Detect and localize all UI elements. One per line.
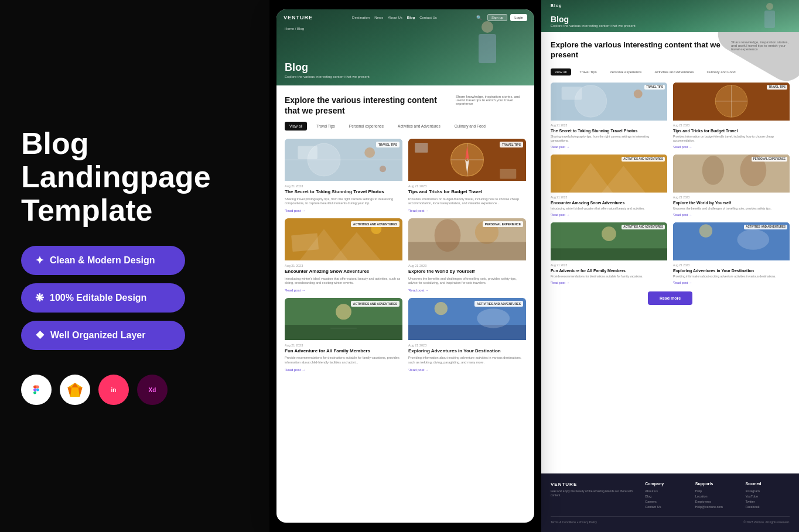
right-card-3-link[interactable]: Read post → — [551, 213, 667, 217]
nav-destination[interactable]: Destination — [352, 16, 370, 19]
nav-news[interactable]: News — [374, 16, 383, 19]
right-tab-all[interactable]: View all — [551, 68, 571, 75]
right-card-2-title: Tips and Tricks for Budget Travel — [673, 128, 790, 133]
right-card-4-badge: Personal Experience — [752, 157, 787, 162]
nav-about[interactable]: About Us — [388, 16, 402, 19]
sketch-tool[interactable] — [60, 375, 90, 405]
footer-socmed-item-3[interactable]: Twitter — [745, 500, 790, 503]
blog-card-5-link[interactable]: Read post → — [285, 368, 402, 372]
blog-card-3-desc: Introducing winter's ideal vacation that… — [285, 277, 402, 286]
footer-socmed-item-1[interactable]: Instagram — [745, 489, 790, 493]
footer-company-item-3[interactable]: Careers — [645, 500, 689, 503]
blog-card-1-desc: Sharing travel photography tips, from th… — [285, 197, 402, 206]
right-card-4-date: Aug 21 2023 — [673, 195, 790, 199]
blog-card-2-link[interactable]: Read post → — [408, 209, 526, 212]
blog-card-1-link[interactable]: Read post → — [285, 209, 402, 212]
signup-button[interactable]: Sign up — [487, 14, 507, 21]
right-card-1-title: The Secret to Taking Stunning Travel Pho… — [551, 128, 667, 133]
blog-card-5-date: Aug 21 2023 — [285, 344, 402, 347]
blog-card-4: Personal Experience Aug 21 2023 Explore … — [408, 218, 526, 292]
blog-card-5-desc: Provide recommendations for destinations… — [285, 356, 402, 365]
right-card-6-desc: Providing information about exciting adv… — [673, 274, 790, 279]
tab-view-all[interactable]: View all — [285, 122, 307, 131]
blog-card-4-badge: Personal Experience — [483, 221, 523, 227]
svg-point-4 — [364, 147, 375, 158]
footer-brand-col: VENTURE Feel and enjoy the beauty of the… — [551, 482, 639, 510]
blog-card-6-date: Aug 21 2023 — [408, 344, 526, 347]
blog-card-4-link[interactable]: Read post → — [408, 289, 526, 292]
right-card-5-desc: Provide recommendations for destinations… — [551, 274, 667, 279]
right-panel: Blog Blog Explore the various interestin… — [541, 0, 799, 532]
right-hero-subtitle: Explore the various interesting content … — [551, 24, 636, 28]
blog-card-1-badge: Travel tips — [376, 142, 400, 147]
right-card-3-badge: Activities and Adventures — [622, 157, 665, 162]
tab-personal[interactable]: Personal experience — [344, 122, 388, 131]
blog-card-6-desc: Providing information about exciting adv… — [408, 356, 526, 365]
right-card-2-link[interactable]: Read post → — [673, 145, 790, 149]
figma-tool[interactable] — [21, 375, 52, 405]
blog-card-6-link[interactable]: Read post → — [408, 368, 526, 372]
svg-point-35 — [634, 90, 643, 98]
svg-point-31 — [477, 308, 510, 328]
footer-support-item-2[interactable]: Location — [695, 495, 740, 498]
nav-blog[interactable]: Blog — [407, 16, 415, 19]
footer-company-item-2[interactable]: Blog — [645, 495, 689, 498]
tab-culinary[interactable]: Culinary and Food — [450, 122, 490, 131]
xd-tool[interactable]: Xd — [137, 375, 168, 405]
right-card-4-img: Personal Experience — [673, 155, 790, 193]
right-card-6-link[interactable]: Read post → — [673, 281, 790, 284]
footer-socmed-title: Socmed — [745, 482, 790, 486]
clean-design-icon: ✦ — [35, 254, 44, 267]
right-card-4-link[interactable]: Read post → — [673, 213, 790, 217]
nav-contact[interactable]: Contact Us — [419, 16, 437, 19]
tab-activities[interactable]: Activities and Adventures — [393, 122, 445, 131]
clean-design-button[interactable]: ✦ Clean & Modern Design — [21, 246, 185, 275]
blog-card-2-date: Aug 21 2023 — [408, 184, 526, 188]
search-icon[interactable]: 🔍 — [476, 15, 482, 20]
footer-support-col: Supports Help Location Employees Help@ve… — [695, 482, 740, 510]
footer-support-item-1[interactable]: Help — [695, 489, 740, 493]
invision-tool[interactable]: in — [98, 375, 129, 405]
breadcrumb-text: Home / Blog — [285, 27, 304, 30]
svg-rect-47 — [551, 248, 667, 260]
blog-card-1: Travel tips Aug 21 2023 The Secret to Ta… — [285, 139, 402, 212]
organized-layer-icon: ❖ — [35, 329, 45, 342]
blog-card-3-link[interactable]: Read post → — [285, 289, 402, 292]
blog-card-5-image: Activities and Adventures — [285, 298, 402, 340]
right-tab-activities[interactable]: Activities and Adventures — [650, 68, 698, 75]
footer-company-item-4[interactable]: Contact Us — [645, 505, 689, 509]
footer-support-item-4[interactable]: Help@venture.com — [695, 505, 740, 509]
right-tab-culinary[interactable]: Culinary and Food — [702, 68, 739, 75]
right-tab-personal[interactable]: Personal experience — [606, 68, 646, 75]
blog-card-2-desc: Provides information on budget-friendly … — [408, 197, 526, 206]
right-card-6-date: Aug 21 2023 — [673, 263, 790, 267]
right-card-2-img: Travel Tips — [673, 83, 790, 121]
footer-support-item-3[interactable]: Employees — [695, 500, 740, 503]
right-card-4: Personal Experience Aug 21 2023 Explore … — [673, 155, 790, 217]
left-panel: Blog Landingpage Template ✦ Clean & Mode… — [0, 0, 269, 532]
footer-company-title: Company — [645, 482, 689, 486]
blog-card-2-image: Travel tips — [408, 139, 526, 181]
read-more-button[interactable]: Read more — [648, 291, 692, 305]
tools-row: in Xd — [21, 375, 248, 405]
footer-terms-privacy[interactable]: Terms & Conditions • Privacy Policy — [551, 520, 597, 524]
editable-design-button[interactable]: ❋ 100% Editable Design — [21, 283, 185, 313]
organized-layer-label: Well Organized Layer — [50, 330, 145, 341]
right-card-6: Activities and Adventures Aug 21 2023 Ex… — [673, 222, 790, 284]
footer-company-col: Company About us Blog Careers Contact Us — [645, 482, 689, 510]
footer-socmed-item-4[interactable]: Facebook — [745, 505, 790, 509]
footer-socmed-item-2[interactable]: YouTube — [745, 495, 790, 498]
organized-layer-button[interactable]: ❖ Well Organized Layer — [21, 321, 185, 350]
footer-company-item-1[interactable]: About us — [645, 489, 689, 493]
blog-card-3-image: Activities and Adventures — [285, 218, 402, 260]
right-card-5-link[interactable]: Read post → — [551, 281, 667, 284]
tab-travel-tips[interactable]: Travel Tips — [312, 122, 340, 131]
right-card-6-badge: Activities and Adventures — [744, 225, 787, 229]
svg-point-51 — [699, 224, 712, 237]
right-card-2-desc: Provides information on budget-friendly … — [673, 135, 790, 143]
blog-card-4-image: Personal Experience — [408, 218, 526, 260]
right-card-2: Travel Tips Aug 21 2023 Tips and Tricks … — [673, 83, 790, 149]
right-card-1-link[interactable]: Read post → — [551, 145, 667, 149]
right-tab-travel[interactable]: Travel Tips — [576, 68, 601, 75]
login-button[interactable]: Login — [510, 14, 527, 21]
